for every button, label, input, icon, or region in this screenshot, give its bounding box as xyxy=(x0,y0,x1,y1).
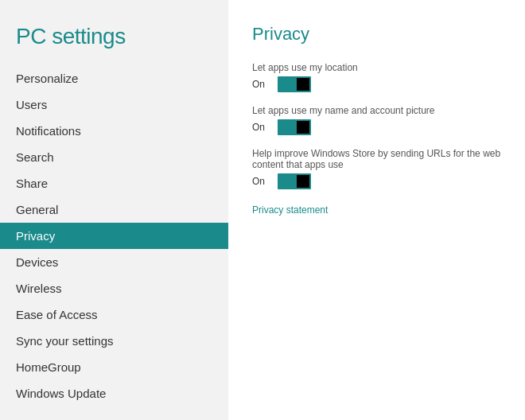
setting-status-location: On xyxy=(252,79,268,90)
setting-label-account-picture: Let apps use my name and account picture xyxy=(252,105,501,116)
setting-row-account-picture: On xyxy=(252,119,501,135)
privacy-statement-link[interactable]: Privacy statement xyxy=(252,204,328,216)
sidebar-item-users[interactable]: Users xyxy=(0,91,228,118)
sidebar-item-devices[interactable]: Devices xyxy=(0,249,228,275)
setting-item-improve-store: Help improve Windows Store by sending UR… xyxy=(252,148,501,189)
sidebar-item-search[interactable]: Search xyxy=(0,144,228,170)
setting-row-location: On xyxy=(252,76,501,92)
toggle-improve-store[interactable] xyxy=(278,173,311,189)
sidebar-item-homegroup[interactable]: HomeGroup xyxy=(0,354,228,380)
toggle-thumb-improve-store xyxy=(297,175,309,188)
app-title: PC settings xyxy=(0,16,228,65)
sidebar-item-share[interactable]: Share xyxy=(0,170,228,196)
toggle-location[interactable] xyxy=(278,76,311,92)
setting-item-location: Let apps use my locationOn xyxy=(252,62,501,92)
sidebar-item-windows-update[interactable]: Windows Update xyxy=(0,380,228,406)
sidebar-item-notifications[interactable]: Notifications xyxy=(0,118,228,144)
sidebar: PC settings PersonalizeUsersNotification… xyxy=(0,0,228,420)
sidebar-item-general[interactable]: General xyxy=(0,196,228,223)
sidebar-item-sync-your-settings[interactable]: Sync your settings xyxy=(0,328,228,354)
setting-row-improve-store: On xyxy=(252,173,501,189)
toggle-account-picture[interactable] xyxy=(278,119,311,135)
main-content: Privacy Let apps use my locationOnLet ap… xyxy=(228,0,525,420)
sidebar-item-privacy[interactable]: Privacy xyxy=(0,223,228,249)
setting-status-account-picture: On xyxy=(252,122,268,133)
sidebar-nav: PersonalizeUsersNotificationsSearchShare… xyxy=(0,65,228,406)
setting-label-improve-store: Help improve Windows Store by sending UR… xyxy=(252,148,501,170)
toggle-thumb-location xyxy=(297,78,309,91)
sidebar-item-ease-of-access[interactable]: Ease of Access xyxy=(0,301,228,328)
setting-status-improve-store: On xyxy=(252,176,268,187)
toggle-thumb-account-picture xyxy=(297,121,309,134)
section-title: Privacy xyxy=(252,24,501,45)
setting-label-location: Let apps use my location xyxy=(252,62,501,73)
settings-list: Let apps use my locationOnLet apps use m… xyxy=(252,62,501,189)
sidebar-item-wireless[interactable]: Wireless xyxy=(0,275,228,301)
sidebar-item-personalize[interactable]: Personalize xyxy=(0,65,228,91)
setting-item-account-picture: Let apps use my name and account picture… xyxy=(252,105,501,135)
